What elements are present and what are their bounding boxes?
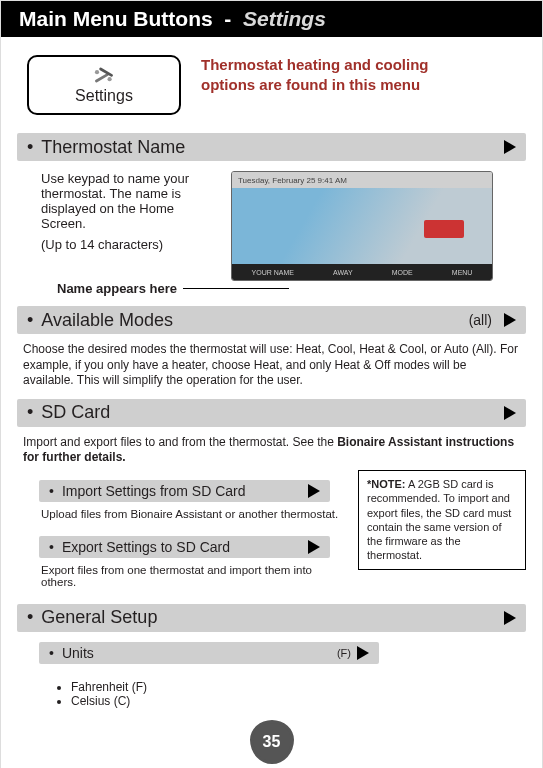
section-export-sd[interactable]: Export Settings to SD Card <box>39 536 330 558</box>
mock-tab: YOUR NAME <box>252 269 294 276</box>
section-label: General Setup <box>27 607 157 628</box>
chevron-right-icon <box>504 611 516 625</box>
tools-icon <box>90 65 118 85</box>
section-label: Export Settings to SD Card <box>49 539 230 555</box>
title-sep: - <box>224 7 231 30</box>
chevron-right-icon <box>308 484 320 498</box>
section-label: Available Modes <box>27 310 173 331</box>
section-import-sd[interactable]: Import Settings from SD Card <box>39 480 330 502</box>
mock-tab: MENU <box>452 269 473 276</box>
units-options: Fahrenheit (F) Celsius (C) <box>1 676 542 708</box>
sd-note: *NOTE: A 2GB SD card is recommended. To … <box>358 470 526 570</box>
thermostat-mockup: Tuesday, February 25 9:41 AM 72 YOUR NAM… <box>231 171 493 281</box>
thermostat-name-desc: Use keypad to name your thermostat. The … <box>41 171 211 231</box>
section-label: SD Card <box>27 402 110 423</box>
title-main: Main Menu Buttons <box>19 7 213 30</box>
settings-tile: Settings <box>27 55 181 115</box>
mock-tab: MODE <box>392 269 413 276</box>
char-limit: (Up to 14 characters) <box>41 237 211 252</box>
settings-tile-label: Settings <box>75 87 133 105</box>
name-appears-label: Name appears here <box>57 281 177 296</box>
unit-option: Fahrenheit (F) <box>71 680 542 694</box>
intro-text: Thermostat heating and cooling options a… <box>201 55 451 96</box>
chevron-right-icon <box>504 313 516 327</box>
svg-point-3 <box>108 77 112 81</box>
callout-line <box>183 288 289 289</box>
available-modes-desc: Choose the desired modes the thermostat … <box>1 338 542 389</box>
section-available-modes[interactable]: Available Modes (all) <box>17 306 526 334</box>
chevron-right-icon <box>357 646 369 660</box>
import-desc: Upload files from Bionaire Assistant or … <box>17 506 345 526</box>
page-title-bar: Main Menu Buttons - Settings <box>1 1 542 37</box>
mock-tab: AWAY <box>333 269 353 276</box>
section-value: (all) <box>469 312 492 328</box>
section-units[interactable]: Units (F) <box>39 642 379 664</box>
chevron-right-icon <box>504 406 516 420</box>
section-label: Units <box>49 645 94 661</box>
section-label: Thermostat Name <box>27 137 185 158</box>
export-desc: Export files from one thermostat and imp… <box>17 562 345 594</box>
section-general-setup[interactable]: General Setup <box>17 604 526 632</box>
section-label: Import Settings from SD Card <box>49 483 246 499</box>
section-value: (F) <box>337 647 351 659</box>
sd-card-desc: Import and export files to and from the … <box>1 431 542 466</box>
section-thermostat-name[interactable]: Thermostat Name <box>17 133 526 161</box>
section-sd-card[interactable]: SD Card <box>17 399 526 427</box>
mock-date: Tuesday, February 25 9:41 AM <box>232 172 492 188</box>
title-sub: Settings <box>243 7 326 30</box>
svg-point-2 <box>95 70 99 74</box>
chevron-right-icon <box>308 540 320 554</box>
page-number: 35 <box>250 720 294 764</box>
chevron-right-icon <box>504 140 516 154</box>
unit-option: Celsius (C) <box>71 694 542 708</box>
